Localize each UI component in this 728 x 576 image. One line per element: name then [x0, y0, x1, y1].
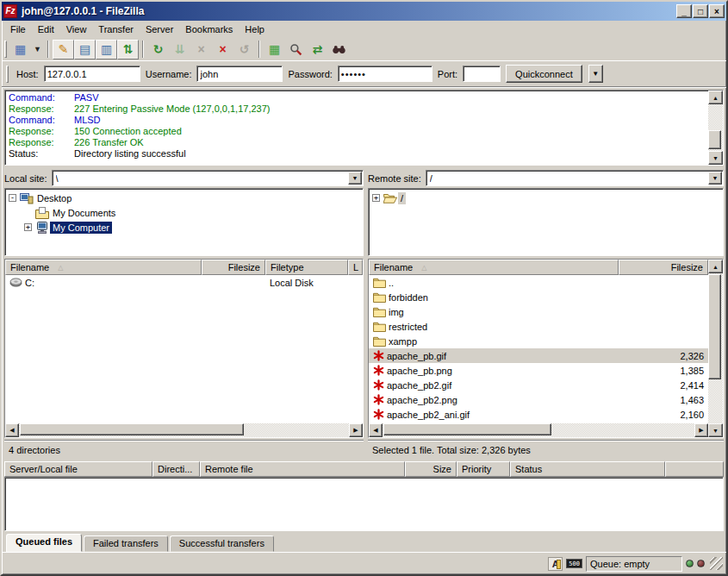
remote-tree-item[interactable]: +/	[370, 191, 721, 205]
local-tree-item[interactable]: My Documents	[7, 205, 361, 220]
menu-help[interactable]: Help	[239, 22, 271, 36]
remote-file-row[interactable]: apache_pb2.png1,463	[369, 392, 708, 407]
reconnect-button[interactable]: ↺	[233, 40, 255, 59]
tab-failed-transfers[interactable]: Failed transfers	[84, 535, 168, 552]
toggle-remote-tree-button[interactable]: ▥	[96, 40, 117, 59]
menu-edit[interactable]: Edit	[32, 22, 60, 36]
toggle-message-log-button[interactable]: ✎	[53, 40, 74, 59]
chevron-down-icon[interactable]: ▼	[348, 172, 362, 185]
quickconnect-dropdown[interactable]: ▼	[588, 65, 603, 83]
site-manager-dropdown-button[interactable]: ▼	[31, 40, 44, 59]
process-queue-button[interactable]: ⇊	[169, 40, 190, 59]
remote-file-row[interactable]: apache_pb.gif2,326	[369, 348, 708, 363]
scroll-down-icon[interactable]: ▼	[708, 423, 723, 437]
remote-file-row[interactable]: forbidden	[369, 290, 708, 304]
column-header-label: L	[353, 262, 358, 272]
speed-limit-icon[interactable]: 500	[566, 559, 582, 568]
local-tree-item[interactable]: +My Computer	[7, 220, 361, 235]
port-input[interactable]	[463, 66, 501, 82]
collapse-icon[interactable]: -	[9, 194, 16, 202]
maximize-button[interactable]: □	[693, 4, 708, 18]
scroll-down-icon[interactable]: ▼	[708, 151, 723, 165]
disconnect-button[interactable]: ×	[212, 40, 233, 59]
expand-icon[interactable]: +	[372, 194, 380, 202]
remote-hscroll-thumb[interactable]	[383, 423, 551, 435]
remote-file-row[interactable]: img	[369, 304, 708, 319]
remote-file-row[interactable]: ..	[369, 275, 708, 290]
directory-comparison-button[interactable]: ▦	[264, 40, 285, 59]
local-site-combo[interactable]: \ ▼	[52, 170, 364, 186]
menu-transfer[interactable]: Transfer	[92, 22, 140, 36]
folder-icon	[373, 277, 386, 288]
menu-view[interactable]: View	[60, 22, 93, 36]
scroll-up-icon[interactable]: ▲	[708, 260, 723, 273]
remote-file-row[interactable]: apache_pb2.gif2,414	[369, 378, 708, 392]
queue-tabs: Queued filesFailed transfersSuccessful t…	[2, 531, 726, 552]
file-search-button[interactable]	[285, 40, 307, 59]
file-name-cell: apache_pb2.gif	[369, 379, 619, 391]
resize-grip[interactable]	[710, 557, 723, 570]
local-hscroll-thumb[interactable]	[20, 423, 244, 435]
log-scrollbar[interactable]: ▲ ▼	[708, 91, 723, 165]
cancel-button[interactable]: ×	[190, 40, 212, 59]
toolbar-separator	[47, 41, 49, 58]
remote-file-row[interactable]: apache_pb.png1,385	[369, 363, 708, 378]
file-name: apache_pb2.gif	[387, 380, 451, 391]
column-header-filetype[interactable]: Filetype	[265, 260, 348, 275]
site-manager-button[interactable]: ▦	[9, 40, 31, 59]
remote-vscroll-thumb[interactable]	[708, 274, 721, 379]
chevron-down-icon[interactable]: ▼	[708, 172, 722, 185]
remote-file-row[interactable]: restricted	[369, 319, 708, 334]
column-header-directi-[interactable]: Directi...	[152, 461, 200, 477]
quickconnect-button[interactable]: Quickconnect	[506, 65, 582, 83]
scroll-right-icon[interactable]: ▶	[349, 423, 363, 437]
column-header-priority[interactable]: Priority	[457, 461, 510, 477]
toggle-local-tree-button[interactable]: ▤	[74, 40, 96, 59]
local-hscrollbar[interactable]: ◀ ▶	[5, 423, 363, 437]
remote-vscrollbar[interactable]: ▲ ▼	[708, 260, 723, 437]
column-header-filesize[interactable]: Filesize	[202, 260, 265, 275]
column-header-filesize[interactable]: Filesize	[619, 260, 708, 275]
remote-file-row[interactable]: apache_pb2_ani.gif2,160	[369, 407, 708, 422]
remote-hscrollbar[interactable]: ◀ ▶	[369, 423, 708, 437]
tab-queued-files[interactable]: Queued files	[6, 534, 82, 552]
host-input[interactable]	[44, 66, 140, 82]
remote-site-combo[interactable]: / ▼	[426, 170, 724, 186]
column-header-status[interactable]: Status	[510, 461, 665, 477]
column-header-blank[interactable]	[665, 461, 724, 477]
scroll-right-icon[interactable]: ▶	[694, 423, 708, 437]
column-header-filename[interactable]: Filename△	[369, 260, 619, 275]
column-header-server-local-file[interactable]: Server/Local file	[4, 461, 152, 477]
username-input[interactable]	[196, 66, 283, 82]
scroll-left-icon[interactable]: ◀	[5, 423, 19, 437]
scroll-left-icon[interactable]: ◀	[369, 423, 383, 437]
column-header-label: Filename	[10, 262, 49, 272]
filter-button[interactable]	[328, 40, 350, 59]
local-tree-item[interactable]: -Desktop	[7, 191, 361, 205]
menu-file[interactable]: File	[4, 22, 32, 36]
toggle-queue-button[interactable]: ⇅	[117, 40, 139, 59]
column-header-size[interactable]: Size	[405, 461, 457, 477]
refresh-button[interactable]: ↻	[147, 40, 169, 59]
log-scroll-thumb[interactable]	[708, 130, 721, 149]
synchronized-browsing-button[interactable]: ⇄	[307, 40, 328, 59]
menu-server[interactable]: Server	[140, 22, 179, 36]
minimize-button[interactable]: _	[676, 4, 692, 18]
toolbar-grip[interactable]	[4, 41, 7, 58]
remote-file-row[interactable]: xampp	[369, 334, 708, 348]
local-file-row[interactable]: C:Local Disk	[5, 275, 363, 290]
password-input[interactable]	[338, 66, 432, 82]
refresh-icon: ↻	[153, 43, 164, 55]
quickconnect-grip[interactable]	[6, 66, 9, 83]
close-button[interactable]: ×	[709, 4, 725, 18]
column-header-filename[interactable]: Filename△	[5, 260, 202, 275]
column-header-remote-file[interactable]: Remote file	[200, 461, 405, 477]
column-header-label: Filetype	[271, 262, 304, 272]
tab-successful-transfers[interactable]: Successful transfers	[170, 535, 274, 552]
expand-icon[interactable]: +	[24, 223, 32, 231]
scroll-up-icon[interactable]: ▲	[708, 91, 723, 104]
menu-bookmarks[interactable]: Bookmarks	[179, 22, 239, 36]
transfer-type-icon[interactable]: A	[548, 557, 563, 571]
column-header-l[interactable]: L	[348, 260, 363, 275]
log-line-label: Command:	[9, 115, 74, 126]
